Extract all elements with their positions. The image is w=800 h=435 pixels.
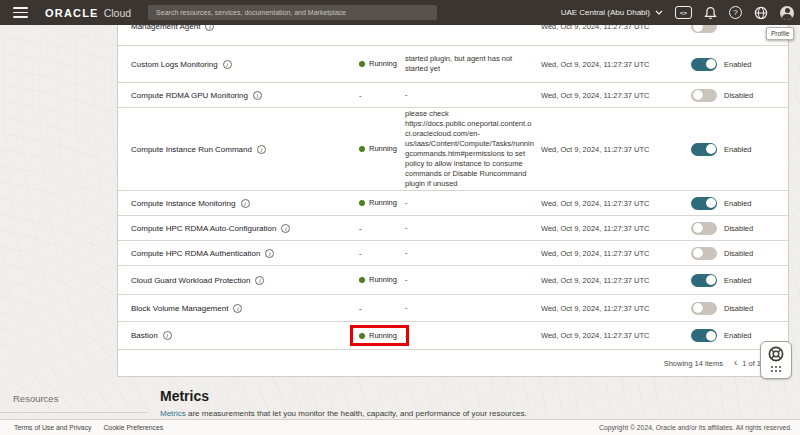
status-dot xyxy=(359,146,365,152)
resources-sidebar-title: Resources xyxy=(13,393,58,404)
plugin-toggle[interactable] xyxy=(691,58,717,71)
toggle-state-label: Disabled xyxy=(724,224,753,233)
metrics-link[interactable]: Metrics xyxy=(160,409,186,418)
oracle-cloud-logo[interactable]: ORACLE Cloud xyxy=(45,7,131,19)
toggle-state-label: Disabled xyxy=(724,249,753,258)
status-cell: Running xyxy=(359,59,397,68)
plugin-message: started plugin, but agent has not starte… xyxy=(405,54,541,74)
plugin-toggle[interactable] xyxy=(691,222,717,235)
plugin-updated: Wed, Oct 9, 2024, 11:27:37 UTC xyxy=(541,199,691,208)
status-dot xyxy=(359,61,365,67)
plugin-message: - xyxy=(405,198,541,208)
plugin-status: - xyxy=(359,224,362,233)
terms-link[interactable]: Terms of Use and Privacy xyxy=(14,424,91,431)
plugin-message: - xyxy=(405,275,541,285)
info-icon[interactable]: i xyxy=(257,145,266,154)
status-cell: - xyxy=(359,249,362,258)
chevron-left-icon[interactable]: ‹ xyxy=(734,358,737,368)
plugin-name: Block Volume Management xyxy=(131,304,228,313)
toggle-state-label: Enabled xyxy=(724,199,752,208)
status-cell: - xyxy=(359,224,362,233)
profile-avatar-icon[interactable] xyxy=(780,6,794,20)
status-dot xyxy=(359,277,365,283)
metrics-description-text: are measurements that let you monitor th… xyxy=(186,409,527,418)
info-icon[interactable]: i xyxy=(281,224,290,233)
plugin-message: - xyxy=(405,248,541,258)
metrics-description: Metrics are measurements that let you mo… xyxy=(160,409,780,418)
hamburger-menu-icon[interactable] xyxy=(13,7,28,18)
apps-grid-icon[interactable] xyxy=(771,366,781,372)
table-row: Compute Instance Monitoring i Running - … xyxy=(118,191,788,216)
plugin-toggle[interactable] xyxy=(691,143,717,156)
plugin-toggle[interactable] xyxy=(691,89,717,102)
info-icon[interactable]: i xyxy=(241,199,250,208)
plugin-status: - xyxy=(359,249,362,258)
status-cell: - xyxy=(359,91,362,100)
toggle-state-label: Enabled xyxy=(724,331,752,340)
plugin-message: - xyxy=(405,223,541,233)
plugin-toggle[interactable] xyxy=(691,302,717,315)
notifications-bell-icon[interactable] xyxy=(704,6,717,20)
table-row: Bastion i Running - Wed, Oct 9, 2024, 11… xyxy=(118,322,788,350)
table-row: Compute HPC RDMA Auto-Configuration i - … xyxy=(118,216,788,241)
info-icon[interactable]: i xyxy=(163,331,172,340)
info-icon[interactable]: i xyxy=(255,276,264,285)
status-cell: Running xyxy=(359,144,397,153)
plugin-status: Running xyxy=(369,198,397,207)
language-globe-icon[interactable] xyxy=(754,6,768,20)
region-selector[interactable]: UAE Central (Abu Dhabi) xyxy=(561,8,663,17)
toggle-state-label: Enabled xyxy=(724,60,752,69)
pagination[interactable]: ‹ 1 of 1 xyxy=(734,358,761,368)
plugin-name: Compute Instance Monitoring xyxy=(131,199,236,208)
plugin-message: please check https://docs.public.oneport… xyxy=(405,109,541,189)
plugin-toggle[interactable] xyxy=(691,329,717,342)
chevron-down-icon xyxy=(655,10,663,15)
plugin-updated: Wed, Oct 9, 2024, 11:27:37 UTC xyxy=(541,304,691,313)
cookie-preferences-link[interactable]: Cookie Preferences xyxy=(103,424,163,431)
plugin-toggle[interactable] xyxy=(691,247,717,260)
plugin-name: Bastion xyxy=(131,331,158,340)
cloud-shell-icon[interactable]: <> xyxy=(675,6,692,19)
global-search[interactable] xyxy=(148,5,437,20)
metrics-section-heading: Metrics xyxy=(160,388,209,404)
table-row: Block Volume Management i - - Wed, Oct 9… xyxy=(118,295,788,322)
support-widget[interactable] xyxy=(760,341,792,379)
page-footer: Terms of Use and Privacy Cookie Preferen… xyxy=(0,419,800,435)
region-label: UAE Central (Abu Dhabi) xyxy=(561,8,650,17)
table-row: Compute HPC RDMA Authentication i - - We… xyxy=(118,241,788,266)
toggle-state-label: Disabled xyxy=(724,91,753,100)
plugin-updated: Wed, Oct 9, 2024, 11:27:37 UTC xyxy=(541,145,691,154)
help-icon[interactable]: ? xyxy=(729,6,742,19)
status-cell: - xyxy=(359,304,362,313)
toggle-state-label: Enabled xyxy=(724,145,752,154)
plugin-status: Running xyxy=(369,331,397,340)
plugin-updated: Wed, Oct 9, 2024, 11:27:37 UTC xyxy=(541,331,691,340)
copyright-text: Copyright © 2024, Oracle and/or its affi… xyxy=(599,424,792,431)
status-cell: Running xyxy=(350,325,409,346)
plugin-name: Compute HPC RDMA Auto-Configuration xyxy=(131,224,276,233)
search-input[interactable] xyxy=(156,9,429,16)
support-lifebuoy-icon[interactable] xyxy=(767,345,785,363)
showing-items-count: Showing 14 items xyxy=(664,359,723,368)
oracle-cloud-agent-plugins-table: Management Agent i Wed, Oct 9, 2024, 11:… xyxy=(117,7,789,377)
brand-oracle: ORACLE xyxy=(45,7,99,19)
profile-tooltip: Profile xyxy=(766,27,794,40)
plugin-status: - xyxy=(359,91,362,100)
plugin-name: Compute HPC RDMA Authentication xyxy=(131,249,260,258)
info-icon[interactable]: i xyxy=(253,91,262,100)
plugin-toggle[interactable] xyxy=(691,197,717,210)
plugin-status: Running xyxy=(369,275,397,284)
plugin-name: Cloud Guard Workload Protection xyxy=(131,276,250,285)
plugin-updated: Wed, Oct 9, 2024, 11:27:37 UTC xyxy=(541,249,691,258)
info-icon[interactable]: i xyxy=(265,249,274,258)
info-icon[interactable]: i xyxy=(223,60,232,69)
plugin-toggle[interactable] xyxy=(691,274,717,287)
plugin-updated: Wed, Oct 9, 2024, 11:27:37 UTC xyxy=(541,276,691,285)
page-indicator: 1 of 1 xyxy=(742,359,761,368)
status-dot xyxy=(359,333,365,339)
plugin-status: - xyxy=(359,304,362,313)
plugin-name: Compute Instance Run Command xyxy=(131,145,252,154)
status-cell: Running xyxy=(359,198,397,207)
info-icon[interactable]: i xyxy=(233,304,242,313)
table-row: Compute RDMA GPU Monitoring i - - Wed, O… xyxy=(118,83,788,108)
